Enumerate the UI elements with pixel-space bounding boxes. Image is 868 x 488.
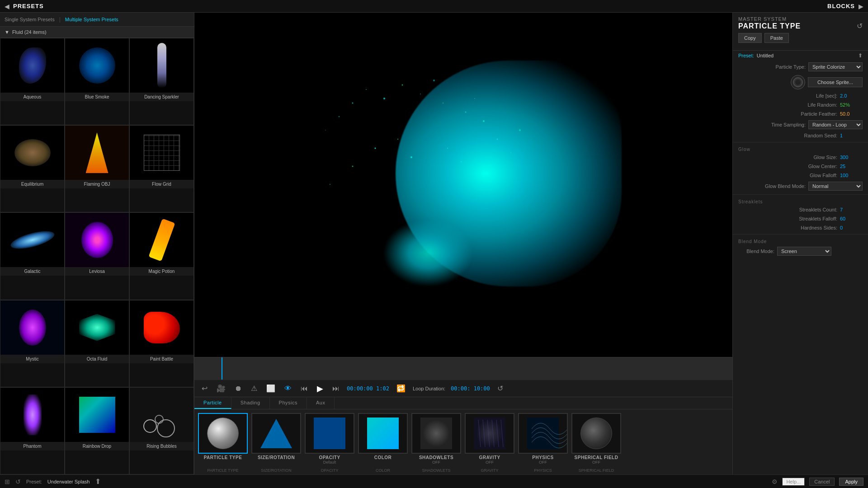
module-card-physics[interactable]: PHYSICS OFF [518, 413, 568, 465]
tab-physics[interactable]: Physics [270, 397, 307, 409]
preset-label-paint: Paint Battle [130, 355, 193, 363]
status-reset-icon[interactable]: ↺ [15, 478, 21, 485]
paste-button[interactable]: Paste [764, 33, 789, 43]
size-rotation-sublabel-2: SIZE/ROTATION [251, 468, 301, 473]
module-off-labels: PARTICLE TYPE SIZE/ROTATION OPACITY COLO… [194, 468, 732, 474]
play-button[interactable]: ▶ [315, 383, 325, 394]
module-thumb-gravity [465, 413, 514, 454]
preset-export-button[interactable]: ⬆ [858, 52, 863, 59]
particle-type-select[interactable]: Sprite Colorize [808, 62, 863, 71]
preset-rising[interactable]: Rising Bubbles [129, 387, 194, 474]
skip-back-button[interactable]: ⏮ [299, 384, 310, 394]
back-button[interactable]: ◀ [5, 3, 9, 10]
module-label-opacity: OPACITY [319, 455, 340, 460]
glow-blend-row: Glow Blend Mode: Normal [733, 180, 868, 192]
preset-bluesmoke[interactable]: Blue Smoke [65, 38, 129, 125]
tab-aux[interactable]: Aux [307, 397, 335, 409]
fluid-header[interactable]: ▼ Fluid (24 items) [0, 27, 194, 38]
particle-type-row: Particle Type: Sprite Colorize [733, 61, 868, 73]
copy-button[interactable]: Copy [738, 33, 762, 43]
particle-type-title: PARTICLE TYPE [738, 22, 801, 30]
svg-point-29 [795, 80, 801, 85]
preset-dancing[interactable]: Dancing Sparkler [129, 38, 194, 125]
module-label-spherical-field: SPHERICAL FIELD [575, 455, 618, 460]
preset-label-bluesmoke: Blue Smoke [65, 93, 129, 101]
module-label-color: COLOR [374, 455, 392, 460]
preset-flaming[interactable]: Flaming OBJ [65, 125, 129, 212]
glow-falloff-value[interactable]: 100 [840, 173, 863, 178]
timeline [194, 357, 732, 380]
rewind-button[interactable]: ↩ [200, 383, 209, 394]
particle-feather-value[interactable]: 50.0 [840, 111, 863, 117]
timeline-cursor[interactable] [222, 357, 222, 380]
preset-flowgrid[interactable]: Flow Grid [129, 125, 194, 212]
timeline-bar[interactable] [194, 357, 732, 380]
loop-reset-button[interactable]: ↺ [495, 383, 505, 394]
glow-size-value[interactable]: 300 [840, 155, 863, 160]
module-label-physics: PHYSICS [532, 455, 553, 460]
divider-blend [733, 234, 868, 235]
module-card-spherical-field[interactable]: SPHERICAL FIELD OFF [571, 413, 621, 465]
status-home-icon[interactable]: ⊞ [5, 478, 10, 485]
module-card-gravity[interactable]: GRAVITY OFF [465, 413, 514, 465]
life-value[interactable]: 2.0 [840, 93, 863, 99]
module-card-color[interactable]: COLOR [358, 413, 408, 465]
fluid-toggle-icon[interactable]: ▼ [5, 29, 9, 35]
alert-button[interactable]: ⚠ [249, 383, 259, 394]
preset-galactic[interactable]: Galactic [0, 212, 65, 300]
status-save-icon[interactable]: ⬆ [95, 477, 101, 486]
loop-duration-display: 00:00: 10:00 [451, 385, 490, 392]
module-card-size-rotation[interactable]: SIZE/ROTATION [251, 413, 301, 465]
particle-type-sublabel-2: PARTICLE TYPE [198, 468, 248, 473]
streaklets-falloff-value[interactable]: 60 [840, 216, 863, 221]
preset-mystic[interactable]: Mystic [0, 300, 65, 387]
glow-blend-select[interactable]: Normal [808, 182, 863, 191]
preset-magic[interactable]: Magic Potion [129, 212, 194, 300]
svg-point-7 [339, 116, 340, 117]
status-gear-icon[interactable]: ⚙ [772, 478, 778, 485]
streaklets-hardness-value[interactable]: 0 [840, 225, 863, 230]
glow-center-value[interactable]: 25 [840, 164, 863, 169]
streaklets-count-value[interactable]: 7 [840, 207, 863, 212]
module-card-opacity[interactable]: OPACITY Default [305, 413, 354, 465]
blocks-arrow-icon[interactable]: ▶ [859, 3, 863, 10]
tab-single-system[interactable]: Single System Presets [5, 17, 55, 22]
eye-button[interactable]: 👁 [283, 384, 293, 394]
cancel-button[interactable]: Cancel [809, 478, 835, 486]
life-random-value[interactable]: 52% [840, 102, 863, 108]
camera-button[interactable]: 🎥 [215, 383, 227, 394]
preset-paint[interactable]: Paint Battle [129, 300, 194, 387]
tab-shading[interactable]: Shading [231, 397, 270, 409]
crop-button[interactable]: ⬜ [264, 383, 277, 394]
preset-phantom[interactable]: Phantom [0, 387, 65, 474]
skip-forward-button[interactable]: ⏭ [330, 384, 341, 394]
record-button[interactable]: ⏺ [233, 384, 244, 394]
glow-center-row: Glow Center: 25 [733, 162, 868, 171]
random-seed-value[interactable]: 1 [840, 133, 863, 138]
sprite-preview[interactable] [791, 75, 805, 89]
module-sublabel-gravity: OFF [486, 460, 494, 465]
preset-leviosa[interactable]: Leviosa [65, 212, 129, 300]
tab-multiple-system[interactable]: Multiple System Presets [65, 17, 118, 22]
panel-reset-button[interactable]: ↺ [857, 22, 863, 30]
preset-label-aqueous: Aqueous [0, 93, 64, 101]
preset-label-galactic: Galactic [0, 267, 64, 276]
module-label-shadowlets: SHADOWLETS [419, 455, 453, 460]
copy-paste-row: Copy Paste [738, 33, 863, 43]
preset-aqueous[interactable]: Aqueous [0, 38, 65, 125]
time-sampling-select[interactable]: Random - Loop [808, 120, 863, 129]
module-card-shadowlets[interactable]: SHADOWLETS OFF [411, 413, 461, 465]
preset-rainbow[interactable]: Rainbow Drop [65, 387, 129, 474]
choose-sprite-button[interactable]: Choose Sprite... [808, 77, 863, 87]
module-card-particle-type[interactable]: PARTICLE TYPE [198, 413, 248, 465]
loop-button[interactable]: 🔁 [395, 383, 407, 394]
apply-button[interactable]: Apply [839, 478, 863, 486]
tab-particle[interactable]: Particle [194, 397, 231, 409]
preset-equilibrium[interactable]: Equilibrium [0, 125, 65, 212]
blend-mode-select[interactable]: Screen [777, 247, 831, 256]
streaklets-section-title: Streaklets [733, 197, 868, 205]
streaklets-count-label: Streaklets Count: [738, 207, 837, 212]
preset-octa[interactable]: Octa Fluid [65, 300, 129, 387]
preset-value-right[interactable]: Untitled [757, 53, 855, 58]
help-button[interactable]: Help... [782, 478, 805, 486]
